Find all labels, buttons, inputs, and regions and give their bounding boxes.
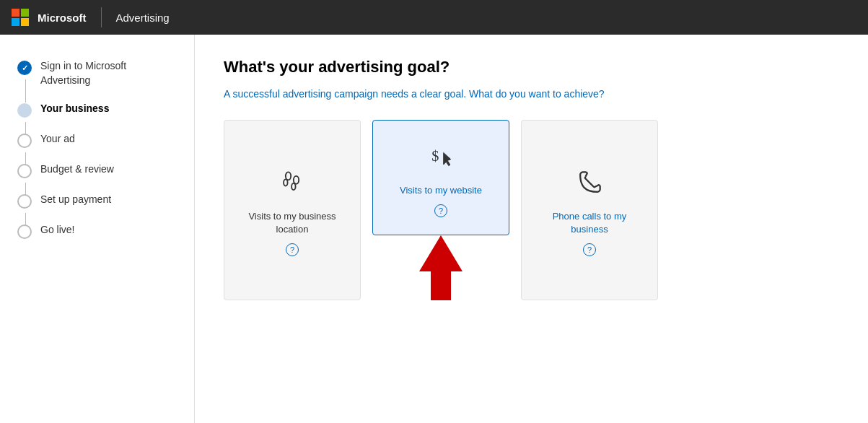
sidebar-step-go-live[interactable]: Go live!	[0, 216, 194, 246]
microsoft-logo	[12, 9, 29, 26]
step-circle-payment	[17, 194, 32, 209]
goal-label-visits-location: Visits to my business location	[236, 210, 348, 236]
header-ms-text: Microsoft	[38, 12, 87, 24]
logo-red	[12, 9, 19, 17]
sidebar-step-budget[interactable]: Budget & review	[0, 155, 194, 186]
goal-card-visits-location[interactable]: Visits to my business location ?	[224, 120, 361, 300]
step-circle-your-business	[17, 103, 32, 118]
phone-icon	[574, 167, 605, 203]
goal-card-phone-calls[interactable]: Phone calls to my business ?	[521, 120, 658, 300]
sidebar-step-payment[interactable]: Set up payment	[0, 186, 194, 216]
step-label-sign-in: Sign in to Microsoft Advertising	[40, 59, 177, 87]
svg-point-3	[291, 183, 296, 190]
step-label-text-budget: Budget & review	[40, 162, 114, 177]
header-divider	[101, 7, 102, 27]
svg-point-2	[294, 176, 299, 184]
annotation-arrow	[419, 235, 463, 300]
step-label-text-sign-in: Sign in to Microsoft Advertising	[40, 59, 177, 87]
step-label-go-live: Go live!	[40, 223, 74, 237]
goal-label-visits-website: Visits to my website	[400, 184, 482, 197]
goal-help-phone-calls[interactable]: ?	[583, 243, 596, 256]
svg-text:$: $	[431, 147, 439, 163]
logo-blue	[12, 18, 19, 26]
goal-label-phone-calls: Phone calls to my business	[533, 210, 646, 236]
goal-card-visits-website[interactable]: $ Visits to my website ?	[372, 120, 509, 235]
logo-yellow	[21, 18, 29, 26]
sidebar-step-your-ad[interactable]: Your ad	[0, 125, 194, 155]
goal-cards-container: Visits to my business location ? $	[224, 120, 839, 300]
header-title: Advertising	[116, 12, 170, 24]
footsteps-icon	[276, 167, 308, 203]
goal-help-visits-website[interactable]: ?	[434, 204, 447, 217]
step-label-text-go-live: Go live!	[40, 223, 74, 237]
step-circle-budget	[17, 164, 32, 178]
svg-point-1	[284, 179, 288, 186]
main-content: What's your advertising goal? A successf…	[195, 35, 868, 423]
app-header: Microsoft Advertising	[0, 0, 868, 35]
svg-point-0	[286, 172, 291, 180]
step-circle-go-live	[17, 224, 32, 239]
goal-help-visits-location[interactable]: ?	[286, 243, 299, 256]
step-circle-sign-in: ✓	[17, 61, 32, 75]
sidebar: ✓ Sign in to Microsoft Advertising Your …	[0, 35, 195, 423]
arrow-body	[431, 271, 451, 300]
step-label-budget: Budget & review	[40, 162, 114, 177]
step-label-text-your-business: Your business	[40, 102, 109, 116]
step-label-text-your-ad: Your ad	[40, 132, 75, 147]
svg-marker-5	[444, 152, 451, 165]
website-icon: $	[425, 141, 457, 177]
step-circle-your-ad	[17, 134, 32, 148]
step-check-icon: ✓	[22, 64, 28, 73]
step-label-your-ad: Your ad	[40, 132, 75, 147]
arrow-head	[419, 235, 463, 271]
page-subtitle: A successful advertising campaign needs …	[224, 88, 839, 100]
step-label-payment: Set up payment	[40, 193, 111, 207]
sidebar-step-sign-in[interactable]: ✓ Sign in to Microsoft Advertising	[0, 52, 194, 95]
page-layout: ✓ Sign in to Microsoft Advertising Your …	[0, 35, 868, 423]
sidebar-step-your-business[interactable]: Your business	[0, 95, 194, 125]
page-title: What's your advertising goal?	[224, 58, 839, 77]
logo-green	[21, 9, 29, 17]
step-label-your-business: Your business	[40, 102, 109, 116]
step-label-text-payment: Set up payment	[40, 193, 111, 207]
